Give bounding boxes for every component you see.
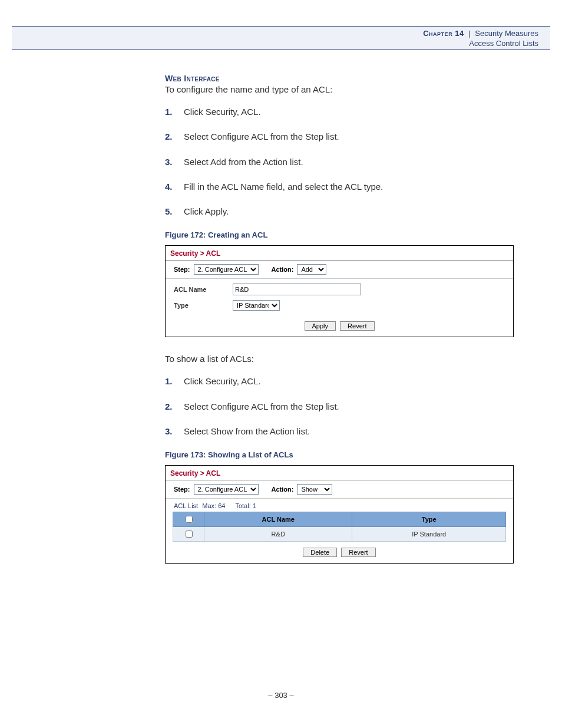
figure-173-caption: Figure 173: Showing a List of ACLs: [165, 450, 515, 459]
page-header: Chapter 14 | Security Measures Access Co…: [423, 28, 538, 48]
acl-name-field[interactable]: [233, 284, 361, 295]
cell-acl-name: R&D: [204, 527, 352, 542]
step-item: Select Add from the Action list.: [165, 156, 515, 168]
step-item: Click Apply.: [165, 206, 515, 218]
delete-button[interactable]: Delete: [303, 548, 337, 557]
revert-button[interactable]: Revert: [341, 548, 375, 557]
step-item: Click Security, ACL.: [165, 375, 515, 387]
step-item: Select Show from the Action list.: [165, 426, 515, 437]
acl-list-total: Total: 1: [227, 502, 256, 509]
step-label: Step:: [174, 486, 190, 493]
acl-name-label: ACL Name: [174, 286, 233, 293]
col-type: Type: [352, 512, 506, 527]
header-separator: |: [466, 29, 472, 38]
action-label: Action:: [272, 486, 294, 493]
select-all-checkbox[interactable]: [186, 516, 193, 523]
list-meta: ACL List Max: 64 Total: 1: [166, 499, 513, 512]
table-row: R&D IP Standard: [173, 527, 506, 542]
select-all-header: [173, 512, 204, 527]
button-row: Apply Revert: [166, 318, 513, 337]
step-select[interactable]: 2. Configure ACL: [194, 484, 259, 495]
step-select[interactable]: 2. Configure ACL: [194, 264, 259, 275]
steps-list-2: Click Security, ACL. Select Configure AC…: [165, 375, 515, 437]
document-page: Chapter 14 | Security Measures Access Co…: [0, 0, 562, 728]
section-heading: Web Interface: [165, 74, 515, 83]
row-checkbox[interactable]: [186, 531, 193, 538]
button-row: Delete Revert: [166, 544, 513, 563]
step-action-row: Step: 2. Configure ACL Action: Show: [166, 480, 513, 498]
action-select[interactable]: Add: [297, 264, 326, 275]
intro-paragraph-1: To configure the name and type of an ACL…: [165, 84, 515, 94]
step-item: Click Security, ACL.: [165, 106, 515, 118]
action-select[interactable]: Show: [297, 484, 332, 495]
page-number: – 303 –: [0, 691, 562, 700]
type-label: Type: [174, 302, 233, 309]
intro-paragraph-2: To show a list of ACLs:: [165, 354, 515, 364]
table-header-row: ACL Name Type: [173, 512, 506, 527]
step-item: Select Configure ACL from the Step list.: [165, 131, 515, 143]
figure-172-caption: Figure 172: Creating an ACL: [165, 230, 515, 239]
apply-button[interactable]: Apply: [305, 321, 336, 331]
type-select[interactable]: IP Standard: [233, 300, 280, 311]
header-title: Security Measures: [475, 29, 538, 38]
chapter-label: Chapter 14: [423, 29, 464, 38]
steps-list-1: Click Security, ACL. Select Configure AC…: [165, 106, 515, 218]
breadcrumb: Security > ACL: [166, 246, 513, 261]
revert-button[interactable]: Revert: [340, 321, 374, 331]
form-body: ACL Name Type IP Standard: [166, 279, 513, 318]
header-subtitle: Access Control Lists: [469, 39, 538, 48]
step-item: Select Configure ACL from the Step list.: [165, 401, 515, 413]
step-item: Fill in the ACL Name field, and select t…: [165, 181, 515, 193]
header-rule-bottom: [12, 50, 550, 50]
content-column: Web Interface To configure the name and …: [165, 74, 515, 580]
step-action-row: Step: 2. Configure ACL Action: Add: [166, 261, 513, 279]
figure-172-panel: Security > ACL Step: 2. Configure ACL Ac…: [165, 245, 514, 337]
action-label: Action:: [272, 266, 294, 273]
acl-list-table: ACL Name Type R&D IP Standard: [173, 512, 506, 542]
step-label: Step:: [174, 266, 190, 273]
figure-173-panel: Security > ACL Step: 2. Configure ACL Ac…: [165, 465, 514, 564]
breadcrumb: Security > ACL: [166, 466, 513, 480]
col-acl-name: ACL Name: [204, 512, 352, 527]
acl-list-label: ACL List: [174, 502, 198, 509]
cell-type: IP Standard: [352, 527, 506, 542]
header-rule-top: [12, 26, 550, 27]
acl-list-max: Max: 64: [200, 502, 225, 509]
